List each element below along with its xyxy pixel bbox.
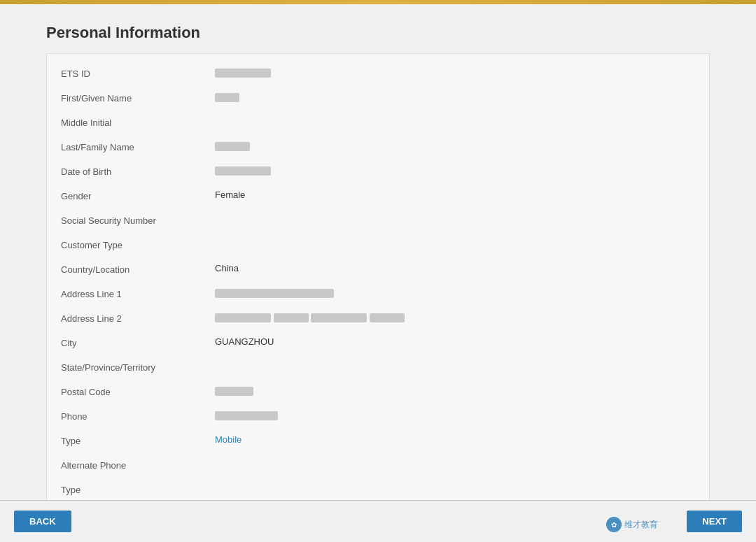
field-value bbox=[215, 410, 695, 420]
field-value: GUANGZHOU bbox=[215, 336, 695, 347]
field-value bbox=[215, 287, 695, 298]
field-row: Type bbox=[61, 477, 695, 501]
field-row: Date of Birth bbox=[61, 159, 695, 183]
field-label: Address Line 2 bbox=[61, 312, 215, 324]
field-value: Female bbox=[215, 190, 695, 200]
field-label: ETS ID bbox=[61, 67, 215, 79]
bottom-bar: BACK ✿ 维才教育 NEXT bbox=[0, 500, 756, 542]
field-value bbox=[215, 141, 695, 151]
blurred-value bbox=[215, 166, 271, 176]
field-value bbox=[215, 165, 695, 176]
field-value bbox=[215, 385, 695, 396]
field-row: Phone bbox=[61, 404, 695, 428]
field-label: Last/Family Name bbox=[61, 141, 215, 152]
field-label: Type bbox=[61, 434, 215, 446]
field-value: China bbox=[215, 263, 695, 273]
field-label: Gender bbox=[61, 190, 215, 201]
field-label: Customer Type bbox=[61, 238, 215, 250]
field-row: TypeMobile bbox=[61, 428, 695, 452]
field-label: Address Line 1 bbox=[61, 287, 215, 299]
blurred-value bbox=[215, 313, 271, 322]
field-label: Middle Initial bbox=[61, 116, 215, 128]
field-row: Social Security Number bbox=[61, 208, 695, 232]
field-row: Middle Initial bbox=[61, 110, 695, 134]
blurred-value bbox=[370, 313, 405, 322]
field-row: Address Line 2 bbox=[61, 306, 695, 330]
field-label: State/Province/Territory bbox=[61, 361, 215, 373]
field-label: Social Security Number bbox=[61, 214, 215, 226]
field-label: Postal Code bbox=[61, 385, 215, 397]
field-row: Alternate Phone bbox=[61, 452, 695, 477]
field-label: Date of Birth bbox=[61, 165, 215, 177]
field-value: Mobile bbox=[215, 434, 695, 445]
watermark-icon: ✿ bbox=[606, 517, 622, 532]
field-label: Phone bbox=[61, 410, 215, 422]
blurred-value bbox=[215, 289, 334, 298]
blurred-value bbox=[215, 411, 278, 420]
watermark-text: 维才教育 bbox=[624, 519, 658, 531]
watermark: ✿ 维才教育 bbox=[606, 517, 658, 532]
field-row: State/Province/Territory bbox=[61, 355, 695, 379]
info-card: ETS IDFirst/Given NameMiddle InitialLast… bbox=[46, 53, 710, 541]
field-row: GenderFemale bbox=[61, 183, 695, 208]
field-row: ETS ID bbox=[61, 61, 695, 85]
field-row: First/Given Name bbox=[61, 85, 695, 110]
field-label: Country/Location bbox=[61, 263, 215, 275]
field-row: Address Line 1 bbox=[61, 281, 695, 306]
field-row: Country/LocationChina bbox=[61, 257, 695, 281]
field-row: Customer Type bbox=[61, 232, 695, 257]
field-value bbox=[215, 312, 695, 322]
blurred-value bbox=[215, 93, 239, 102]
field-label: Alternate Phone bbox=[61, 459, 215, 471]
blurred-value bbox=[311, 313, 367, 322]
field-label: Type bbox=[61, 483, 215, 495]
field-label: City bbox=[61, 336, 215, 348]
field-value bbox=[215, 67, 695, 78]
blurred-value bbox=[274, 313, 309, 322]
page-container: Personal Information ETS IDFirst/Given N… bbox=[35, 4, 721, 542]
blurred-value bbox=[215, 387, 253, 396]
next-button[interactable]: NEXT bbox=[687, 511, 742, 532]
field-row: CityGUANGZHOU bbox=[61, 330, 695, 355]
field-value bbox=[215, 92, 695, 102]
field-row: Postal Code bbox=[61, 379, 695, 404]
field-label: First/Given Name bbox=[61, 92, 215, 104]
page-title: Personal Information bbox=[46, 24, 710, 42]
back-button[interactable]: BACK bbox=[14, 511, 71, 532]
field-row: Last/Family Name bbox=[61, 134, 695, 159]
blurred-value bbox=[215, 142, 250, 151]
blurred-value bbox=[215, 69, 271, 78]
